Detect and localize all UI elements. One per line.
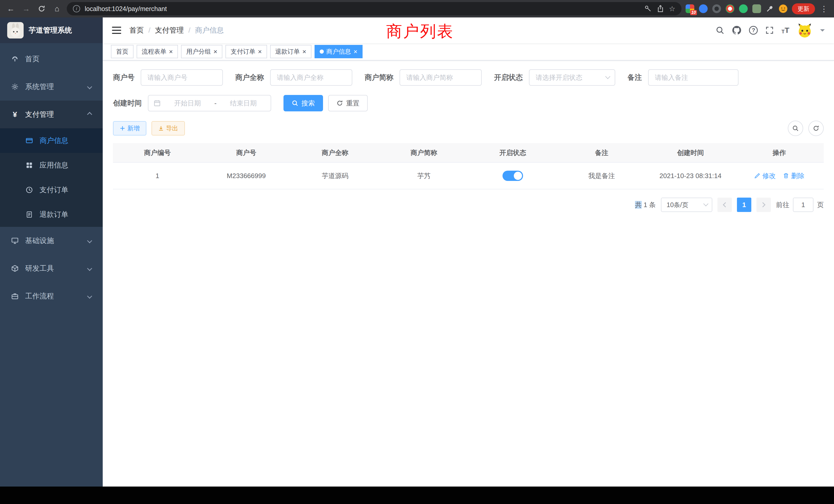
tab-close-icon[interactable]: ×: [169, 48, 173, 55]
sidebar-item-label: 首页: [25, 54, 40, 64]
pin-icon[interactable]: [766, 5, 774, 13]
site-info-icon[interactable]: i: [73, 5, 80, 12]
filter-short-name: 商户简称: [365, 69, 482, 86]
short-name-input[interactable]: [399, 69, 482, 86]
dashboard-icon: [10, 55, 20, 63]
date-range-picker[interactable]: 开始日期 - 结束日期: [148, 95, 271, 111]
tab-process-form[interactable]: 流程表单×: [137, 45, 178, 58]
merchant-no-input[interactable]: [141, 69, 223, 86]
refresh-button[interactable]: [808, 121, 824, 136]
sidebar-item-payment[interactable]: ¥ 支付管理: [0, 100, 103, 128]
chrome-update-button[interactable]: 更新: [792, 3, 815, 14]
column-header: 操作: [735, 148, 824, 157]
tab-close-icon[interactable]: ×: [303, 48, 306, 55]
delete-link[interactable]: 删除: [783, 171, 805, 180]
column-header: 商户全称: [291, 148, 379, 157]
sidebar-item-workflow[interactable]: 工作流程: [0, 282, 103, 310]
field-label: 创建时间: [113, 98, 142, 108]
url-text: localhost:1024/pay/merchant: [85, 5, 640, 13]
font-size-icon[interactable]: TT: [781, 26, 789, 34]
tab-user-group[interactable]: 用户分组×: [181, 45, 222, 58]
help-icon[interactable]: ?: [749, 26, 758, 35]
extension-icon-3[interactable]: [712, 4, 721, 13]
caret-down-icon[interactable]: [820, 29, 825, 34]
export-button-label: 导出: [166, 124, 178, 132]
status-toggle[interactable]: [503, 171, 523, 181]
hamburger-icon[interactable]: [112, 26, 121, 34]
briefcase-icon: [10, 292, 20, 300]
tab-home[interactable]: 首页: [111, 45, 133, 58]
breadcrumb-home[interactable]: 首页: [129, 25, 144, 35]
column-header: 商户简称: [379, 148, 468, 157]
search-icon[interactable]: [716, 26, 724, 35]
tab-label: 首页: [116, 47, 128, 56]
search-button[interactable]: 搜索: [284, 95, 323, 111]
filter-remark: 备注: [628, 69, 739, 86]
pagination: 共 1 条 10条/页 1 前往 页: [113, 198, 824, 212]
share-icon[interactable]: [657, 5, 664, 13]
full-name-input[interactable]: [270, 69, 352, 86]
document-icon: [25, 211, 34, 218]
breadcrumb-payment[interactable]: 支付管理: [155, 25, 184, 35]
status-select[interactable]: 请选择开启状态: [529, 69, 615, 86]
home-icon[interactable]: ⌂: [51, 4, 63, 13]
bookmark-star-icon[interactable]: ☆: [669, 5, 675, 13]
extension-icon-6[interactable]: [752, 4, 761, 13]
sidebar-item-pay-order[interactable]: 支付订单: [0, 178, 103, 202]
tab-label: 退款订单: [275, 47, 300, 56]
reset-button[interactable]: 重置: [328, 95, 368, 111]
sidebar-item-dev-tools[interactable]: 研发工具: [0, 255, 103, 282]
page-number-active[interactable]: 1: [737, 198, 751, 212]
address-bar[interactable]: i localhost:1024/pay/merchant ☆: [67, 2, 681, 16]
tab-pay-order[interactable]: 支付订单×: [225, 45, 267, 58]
extensions-area: 10: [686, 4, 788, 13]
table-row: 1 M233666999 芋道源码 芋艿 我是备注 2021-10-23 08:…: [113, 163, 824, 189]
profile-avatar-icon[interactable]: [778, 4, 788, 13]
extension-icon-1[interactable]: 10: [686, 4, 694, 13]
extension-icon-5[interactable]: [739, 4, 748, 13]
tab-close-icon[interactable]: ×: [258, 48, 262, 55]
sidebar-item-merchant-info[interactable]: 商户信息: [0, 128, 103, 153]
github-icon[interactable]: [732, 26, 741, 35]
logo-bar[interactable]: 芋道管理系统: [0, 18, 103, 43]
add-button[interactable]: 新增: [113, 121, 146, 136]
remark-input[interactable]: [648, 69, 739, 86]
page-content: 商户号 商户全称 商户简称 开启状态 请选择开启状态: [103, 61, 834, 486]
prev-page-button[interactable]: [718, 198, 732, 212]
bank-card-icon: [25, 137, 34, 144]
filter-row-2: 创建时间 开始日期 - 结束日期 搜索: [113, 95, 824, 111]
fullscreen-icon[interactable]: [765, 26, 774, 35]
sidebar-item-refund-order[interactable]: 退款订单: [0, 202, 103, 227]
password-key-icon[interactable]: [644, 5, 652, 13]
forward-icon[interactable]: →: [21, 4, 32, 13]
browser-menu-icon[interactable]: ⋮: [819, 4, 829, 13]
clock-icon: [25, 186, 34, 194]
sidebar-item-app-info[interactable]: 应用信息: [0, 153, 103, 178]
page-size-select[interactable]: 10条/页: [661, 198, 712, 212]
extension-icon-2[interactable]: [699, 4, 708, 13]
next-page-button[interactable]: [756, 198, 771, 212]
tab-close-icon[interactable]: ×: [213, 48, 217, 55]
sidebar-item-infra[interactable]: 基础设施: [0, 227, 103, 255]
user-avatar[interactable]: [797, 23, 812, 38]
edit-link[interactable]: 修改: [754, 171, 776, 180]
extension-icon-4[interactable]: [726, 4, 734, 13]
sidebar-item-home[interactable]: 首页: [0, 45, 103, 73]
cell-short-name: 芋艿: [379, 171, 468, 180]
export-button[interactable]: 导出: [152, 121, 185, 136]
toggle-search-button[interactable]: [788, 121, 803, 136]
app-window: 芋道管理系统 首页 系统管理 ¥: [0, 18, 834, 486]
breadcrumb-separator: /: [148, 26, 151, 35]
sidebar-item-system[interactable]: 系统管理: [0, 73, 103, 100]
search-button-label: 搜索: [302, 99, 315, 108]
jump-page-input[interactable]: [793, 198, 813, 212]
tab-refund-order[interactable]: 退款订单×: [270, 45, 311, 58]
back-icon[interactable]: ←: [5, 4, 17, 13]
reload-icon[interactable]: [36, 5, 47, 13]
field-label: 商户号: [113, 73, 135, 83]
total-suffix: 条: [649, 201, 656, 209]
active-dot: [320, 49, 324, 54]
tab-close-icon[interactable]: ×: [354, 48, 357, 55]
chevron-down-icon: [87, 266, 92, 271]
tab-merchant-info[interactable]: 商户信息×: [314, 45, 363, 58]
